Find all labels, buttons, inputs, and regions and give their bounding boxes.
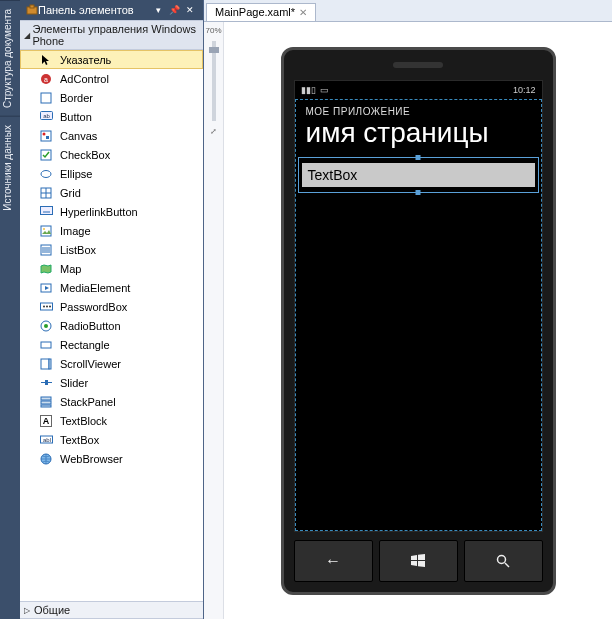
toolbox-item-label: StackPanel	[60, 396, 116, 408]
svg-rect-15	[40, 207, 52, 215]
toolbox-item-label: Canvas	[60, 130, 97, 142]
svg-rect-35	[41, 397, 51, 400]
toolbox-item-label: Map	[60, 263, 81, 275]
toolbox-item-map[interactable]: Map	[20, 259, 203, 278]
toolbox-group-phone[interactable]: ◢ Элементы управления Windows Phone	[20, 20, 203, 50]
toolbox-item-canvas[interactable]: Canvas	[20, 126, 203, 145]
svg-rect-30	[41, 342, 51, 348]
svg-text:a: a	[44, 76, 48, 83]
close-icon[interactable]: ✕	[299, 7, 307, 18]
home-button[interactable]	[379, 540, 458, 582]
toolbox-item-passwordbox[interactable]: PasswordBox	[20, 297, 203, 316]
vertical-tab-datasources[interactable]: Источники данных	[0, 116, 20, 219]
vertical-tab-structure[interactable]: Структура документа	[0, 0, 20, 116]
fit-icon[interactable]: ⤢	[210, 127, 217, 136]
phone-speaker	[393, 62, 443, 68]
toolbox-item-webbrowser[interactable]: WebBrowser	[20, 449, 203, 468]
toolbox-item-rectangle[interactable]: Rectangle	[20, 335, 203, 354]
svg-point-18	[43, 228, 45, 230]
status-time: 10:12	[513, 85, 536, 95]
svg-rect-1	[30, 5, 34, 8]
toolbox-item-label: AdControl	[60, 73, 109, 85]
toolbox-item-label: Slider	[60, 377, 88, 389]
toolbox-item-label: TextBlock	[60, 415, 107, 427]
toolbox-item-mediaelement[interactable]: MediaElement	[20, 278, 203, 297]
toolbox-item-listbox[interactable]: ListBox	[20, 240, 203, 259]
svg-rect-32	[49, 359, 51, 369]
toolbox-item-scrollviewer[interactable]: ScrollViewer	[20, 354, 203, 373]
arrow-left-icon: ←	[325, 552, 341, 570]
toolbox-item-label: ScrollViewer	[60, 358, 121, 370]
canvas-icon	[38, 128, 54, 144]
toolbox-item-label: Указатель	[60, 54, 111, 66]
toolbox-item-border[interactable]: Border	[20, 88, 203, 107]
toolbox-item-label: Image	[60, 225, 91, 237]
svg-text:abl: abl	[43, 437, 51, 443]
zoom-slider[interactable]: 70% ⤢	[204, 22, 224, 619]
zoom-label: 70%	[205, 26, 221, 35]
toolbox-item-button[interactable]: ab Button	[20, 107, 203, 126]
svg-rect-4	[41, 93, 51, 103]
search-button[interactable]	[464, 540, 543, 582]
svg-rect-9	[46, 136, 49, 139]
windows-icon	[409, 552, 427, 570]
toolbox-item-ellipse[interactable]: Ellipse	[20, 164, 203, 183]
toolbox-item-slider[interactable]: Slider	[20, 373, 203, 392]
textblock-icon: A	[38, 413, 54, 429]
textbox-icon: abl	[38, 432, 54, 448]
toolbox-item-adcontrol[interactable]: a AdControl	[20, 69, 203, 88]
slider-icon	[38, 375, 54, 391]
listbox-icon	[38, 242, 54, 258]
phone-screen[interactable]: ▮▮▯ ▭ 10:12 МОЕ ПРИЛОЖЕНИЕ имя страницы …	[294, 80, 543, 532]
file-tab-strip: MainPage.xaml* ✕	[204, 0, 612, 22]
toolbox-item-image[interactable]: Image	[20, 221, 203, 240]
svg-point-27	[49, 306, 51, 308]
button-icon: ab	[38, 109, 54, 125]
zoom-thumb[interactable]	[209, 47, 219, 53]
svg-point-26	[46, 306, 48, 308]
toolbox-item-label: MediaElement	[60, 282, 130, 294]
toolbox-title: Панель элементов	[38, 4, 149, 16]
media-icon	[38, 280, 54, 296]
selection-handles[interactable]	[298, 157, 539, 193]
back-button[interactable]: ←	[294, 540, 373, 582]
toolbox-item-textbox[interactable]: abl TextBox	[20, 430, 203, 449]
app-root[interactable]: МОЕ ПРИЛОЖЕНИЕ имя страницы TextBox	[295, 99, 542, 531]
dropdown-icon[interactable]: ▾	[151, 3, 165, 17]
toolbox-item-stackpanel[interactable]: StackPanel	[20, 392, 203, 411]
page-name-text[interactable]: имя страницы	[306, 117, 531, 149]
toolbox-item-checkbox[interactable]: CheckBox	[20, 145, 203, 164]
toolbox-group-common[interactable]: ▷ Общие	[20, 601, 203, 619]
close-icon[interactable]: ✕	[183, 3, 197, 17]
toolbox-item-label: PasswordBox	[60, 301, 127, 313]
toolbox-item-label: ListBox	[60, 244, 96, 256]
toolbox-item-radiobutton[interactable]: RadioButton	[20, 316, 203, 335]
svg-rect-37	[41, 405, 51, 407]
toolbox-item-label: TextBox	[60, 434, 99, 446]
checkbox-icon	[38, 147, 54, 163]
design-canvas[interactable]: ▮▮▯ ▭ 10:12 МОЕ ПРИЛОЖЕНИЕ имя страницы …	[224, 22, 612, 619]
phone-mockup: ▮▮▯ ▭ 10:12 МОЕ ПРИЛОЖЕНИЕ имя страницы …	[281, 47, 556, 595]
grid-icon	[38, 185, 54, 201]
toolbox-item-grid[interactable]: Grid	[20, 183, 203, 202]
file-tab-mainpage[interactable]: MainPage.xaml* ✕	[206, 3, 316, 21]
textbox-selection[interactable]: TextBox	[302, 163, 535, 187]
chevron-right-icon: ▷	[24, 606, 34, 615]
toolbox-item-pointer[interactable]: Указатель	[20, 50, 203, 69]
toolbox-item-label: Grid	[60, 187, 81, 199]
status-bar: ▮▮▯ ▭ 10:12	[295, 81, 542, 99]
designer-area: MainPage.xaml* ✕ 70% ⤢ ▮▮▯ ▭ 10:12	[204, 0, 612, 619]
rectangle-icon	[38, 337, 54, 353]
battery-icon: ▭	[320, 85, 329, 95]
toolbox-item-hyperlink[interactable]: HyperlinkButton	[20, 202, 203, 221]
toolbox-item-label: RadioButton	[60, 320, 121, 332]
svg-point-29	[44, 324, 48, 328]
svg-rect-34	[45, 380, 48, 385]
search-icon	[495, 553, 511, 569]
scroll-icon	[38, 356, 54, 372]
toolbox-item-textblock[interactable]: A TextBlock	[20, 411, 203, 430]
app-name-text[interactable]: МОЕ ПРИЛОЖЕНИЕ	[306, 106, 531, 117]
pin-icon[interactable]: 📌	[167, 3, 181, 17]
toolbox-item-label: Rectangle	[60, 339, 110, 351]
svg-point-8	[43, 132, 46, 135]
